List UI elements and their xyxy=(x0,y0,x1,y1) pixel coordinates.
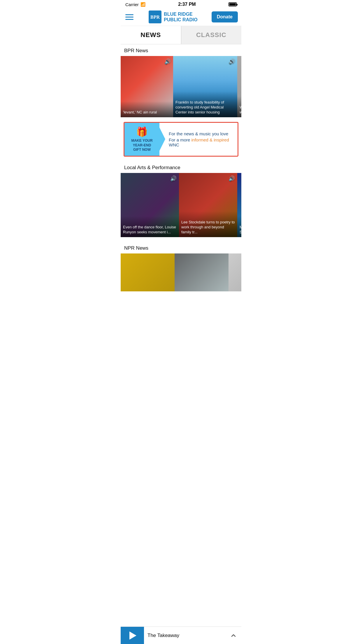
tab-news[interactable]: NEWS xyxy=(121,26,181,44)
menu-button[interactable] xyxy=(124,13,135,21)
banner-line1: For the news & music you love xyxy=(169,131,234,136)
banner-arrow xyxy=(159,127,165,151)
npr-card-3[interactable] xyxy=(229,253,241,291)
arts-card-2-text: Lee Stockdale turns to poetry to work th… xyxy=(179,211,237,237)
banner-left: 🎁 MAKE YOUR YEAR-END GIFT NOW xyxy=(124,123,159,156)
battery-icon xyxy=(229,2,237,6)
time-display: 2:37 PM xyxy=(178,2,196,7)
npr-card-1[interactable] xyxy=(121,253,175,291)
arts-card-1[interactable]: 🔊 Even off the dance floor, Louise Runyo… xyxy=(121,173,179,237)
banner-line2: For a more informed & inspired WNC xyxy=(169,137,234,147)
bpr-news-card-2[interactable]: 🔊 Franklin to study feasibility of conve… xyxy=(173,56,237,117)
arts-card-1-text: Even off the dance floor, Louise Runyon … xyxy=(121,216,179,237)
bpr-news-cards: 🔊 'levant,' NC ain rural 🔊 Franklin to s… xyxy=(121,56,241,117)
npr-news-cards xyxy=(121,253,241,291)
banner-ad[interactable]: 🎁 MAKE YOUR YEAR-END GIFT NOW For the ne… xyxy=(124,122,238,157)
hamburger-line-1 xyxy=(125,14,133,15)
bpr-news-card-1[interactable]: 🔊 'levant,' NC ain rural xyxy=(121,56,173,117)
gift-icon: 🎁 xyxy=(136,126,148,137)
logo-icon: BPR xyxy=(149,10,161,23)
hamburger-line-2 xyxy=(125,17,133,18)
hamburger-line-3 xyxy=(125,19,133,20)
carrier-label: Carrier xyxy=(125,2,139,7)
logo-text: BLUE RIDGE PUBLIC RADIO xyxy=(164,11,198,22)
section-gap-1 xyxy=(121,237,241,242)
status-bar: Carrier 📶 2:37 PM xyxy=(121,0,241,8)
arts-audio-icon-1: 🔊 xyxy=(170,175,177,182)
header: BPR BLUE RIDGE PUBLIC RADIO Donate xyxy=(121,8,241,26)
bpr-news-title: BPR News xyxy=(121,44,241,56)
tab-bar: NEWS CLASSIC xyxy=(121,26,241,44)
bpr-news-card-1-text: 'levant,' NC ain rural xyxy=(121,101,173,117)
local-arts-title: Local Arts & Performance xyxy=(121,161,241,173)
logo-area: BPR BLUE RIDGE PUBLIC RADIO xyxy=(149,10,198,23)
npr-news-title: NPR News xyxy=(121,242,241,253)
banner-right: For the news & music you love For a more… xyxy=(165,128,238,151)
bottom-space xyxy=(121,291,241,312)
arts-audio-icon-2: 🔊 xyxy=(229,175,235,182)
banner-left-text: MAKE YOUR YEAR-END GIFT NOW xyxy=(131,139,152,152)
audio-icon-1: 🔊 xyxy=(164,58,171,65)
local-arts-cards: 🔊 Even off the dance floor, Louise Runyo… xyxy=(121,173,241,237)
arts-card-3[interactable]: Multimedia installa in Pack Square ampli… xyxy=(237,173,241,237)
npr-card-2[interactable] xyxy=(175,253,229,291)
audio-icon-2: 🔊 xyxy=(229,58,235,65)
bpr-news-card-2-text: Franklin to study feasibility of convert… xyxy=(173,91,237,117)
bpr-news-card-3-text: Widespread wa Asheville: City water cons… xyxy=(237,96,241,117)
wifi-icon: 📶 xyxy=(140,2,145,7)
svg-text:BPR: BPR xyxy=(150,15,160,20)
tab-classic[interactable]: CLASSIC xyxy=(181,26,242,44)
bpr-news-card-3[interactable]: Widespread wa Asheville: City water cons… xyxy=(237,56,241,117)
donate-button[interactable]: Donate xyxy=(212,11,238,22)
arts-card-3-text: Multimedia installa in Pack Square ampli… xyxy=(237,216,241,237)
arts-card-2[interactable]: 🔊 Lee Stockdale turns to poetry to work … xyxy=(179,173,237,237)
